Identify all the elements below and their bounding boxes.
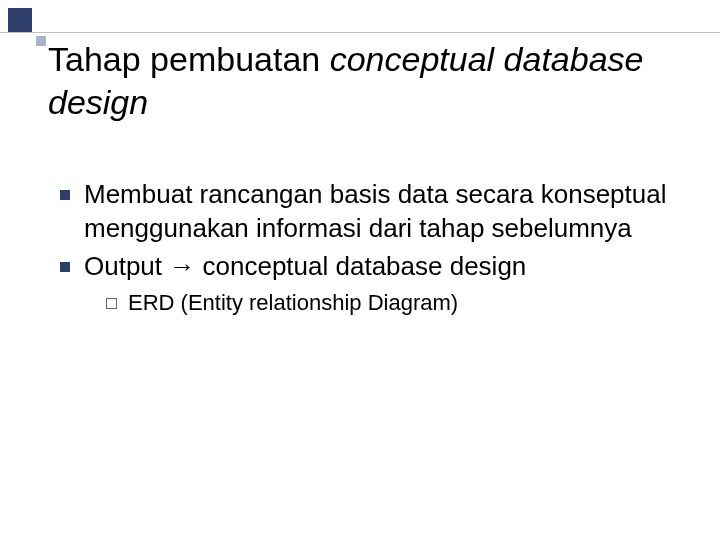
- sub-bullet-list: ERD (Entity relationship Diagram): [84, 289, 672, 318]
- bullet-text: Membuat rancangan basis data secara kons…: [84, 179, 666, 243]
- decoration-square-small: [36, 36, 46, 46]
- slide-title: Tahap pembuatan conceptual database desi…: [48, 38, 672, 123]
- decoration-horizontal-line: [0, 32, 720, 33]
- sub-bullet-item: ERD (Entity relationship Diagram): [106, 289, 672, 318]
- decoration-square-large: [8, 8, 32, 32]
- bullet-text: Output → conceptual database design: [84, 251, 526, 281]
- slide-content: Tahap pembuatan conceptual database desi…: [0, 0, 720, 318]
- slide-corner-decoration: [0, 0, 70, 45]
- title-text-plain: Tahap pembuatan: [48, 40, 330, 78]
- bullet-item: Membuat rancangan basis data secara kons…: [60, 178, 672, 246]
- bullet-list: Membuat rancangan basis data secara kons…: [48, 178, 672, 318]
- bullet-item: Output → conceptual database design ERD …: [60, 250, 672, 318]
- sub-bullet-text: ERD (Entity relationship Diagram): [128, 290, 458, 315]
